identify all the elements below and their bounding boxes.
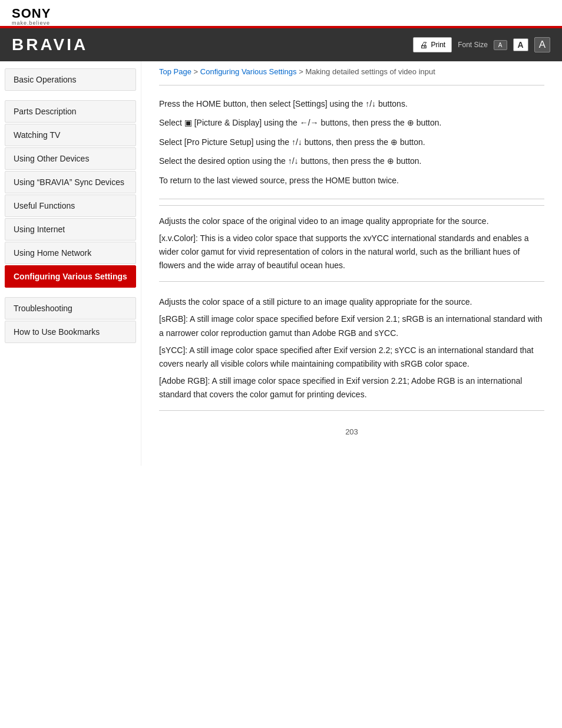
content-area: Top Page > Configuring Various Settings … xyxy=(141,61,562,466)
breadcrumb-top-page[interactable]: Top Page xyxy=(159,67,191,76)
breadcrumb-current: Making detailed settings of video input xyxy=(305,67,435,76)
font-size-large-button[interactable]: A xyxy=(534,37,550,52)
main-layout: Basic Operations Parts Description Watch… xyxy=(0,61,562,466)
instruction-section: Press the HOME button, then select [Sett… xyxy=(159,85,544,199)
breadcrumb-configuring[interactable]: Configuring Various Settings xyxy=(200,67,297,76)
sidebar-item-configuring[interactable]: Configuring Various Settings xyxy=(5,265,136,288)
still-para4: [Adobe RGB]: A still image color space s… xyxy=(159,374,544,401)
still-para1: Adjusts the color space of a still pictu… xyxy=(159,295,544,309)
still-para3: [sYCC]: A still image color space specif… xyxy=(159,344,544,371)
header-controls: Print Font Size A A A xyxy=(413,37,550,52)
sidebar-item-home-network[interactable]: Using Home Network xyxy=(5,242,136,264)
sidebar-item-watching-tv[interactable]: Watching TV xyxy=(5,124,136,146)
sidebar-item-bookmarks[interactable]: How to Use Bookmarks xyxy=(5,321,136,343)
step4: Select the desired option using the ↑/↓ … xyxy=(159,154,544,167)
breadcrumb-sep2: > xyxy=(299,67,305,76)
bravia-title: BRAVIA xyxy=(12,35,88,54)
sidebar: Basic Operations Parts Description Watch… xyxy=(0,61,141,466)
step1: Press the HOME button, then select [Sett… xyxy=(159,97,544,110)
sidebar-item-parts-description[interactable]: Parts Description xyxy=(5,100,136,123)
font-size-medium-button[interactable]: A xyxy=(513,38,528,51)
page-number: 203 xyxy=(159,416,544,448)
xvcolor-para1: Adjusts the color space of the original … xyxy=(159,215,544,228)
print-button[interactable]: Print xyxy=(413,37,452,52)
breadcrumb-sep1: > xyxy=(194,67,200,76)
still-para2: [sRGB]: A still image color space specif… xyxy=(159,312,544,340)
sidebar-item-bravia-sync[interactable]: Using “BRAVIA” Sync Devices xyxy=(5,171,136,193)
top-bar: SONY make.believe xyxy=(0,0,562,28)
breadcrumb: Top Page > Configuring Various Settings … xyxy=(159,61,544,85)
sidebar-item-using-internet[interactable]: Using Internet xyxy=(5,218,136,241)
step2: Select ▣ [Picture & Display] using the ←… xyxy=(159,116,544,129)
sidebar-item-useful-functions[interactable]: Useful Functions xyxy=(5,195,136,217)
xvcolor-para2: [x.v.Color]: This is a video color space… xyxy=(159,232,544,272)
sony-logo: SONY make.believe xyxy=(12,7,550,26)
sidebar-item-troubleshooting[interactable]: Troubleshooting xyxy=(5,297,136,319)
print-icon xyxy=(419,40,428,50)
sidebar-item-basic-operations[interactable]: Basic Operations xyxy=(5,68,136,91)
return-note: To return to the last viewed source, pre… xyxy=(159,174,544,187)
step3: Select [Pro Picture Setup] using the ↑/↓… xyxy=(159,136,544,149)
sidebar-item-using-other-devices[interactable]: Using Other Devices xyxy=(5,147,136,170)
font-size-label: Font Size xyxy=(458,41,488,49)
still-picture-section: Adjusts the color space of a still pictu… xyxy=(159,286,544,411)
xvcolor-section: Adjusts the color space of the original … xyxy=(159,205,544,282)
font-size-small-button[interactable]: A xyxy=(494,40,507,50)
header-bar: BRAVIA Print Font Size A A A xyxy=(0,28,562,61)
